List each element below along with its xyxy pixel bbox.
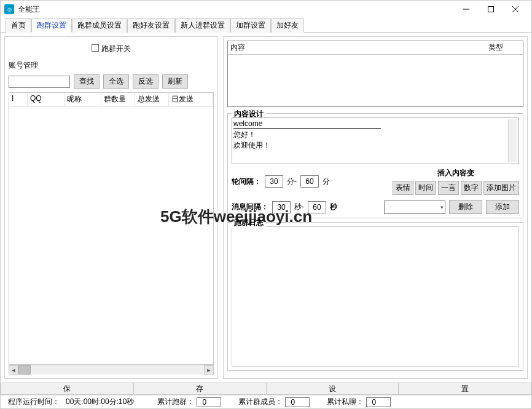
horizontal-scrollbar[interactable]: ◄ ► (9, 365, 214, 375)
runtime-label: 程序运行时间： (4, 397, 63, 407)
scroll-thumb[interactable] (18, 365, 31, 375)
col-total-sent[interactable]: 总发送 (135, 93, 169, 106)
right-panel: 内容 类型 内容设计 welcome 您好！ 欢迎使用！ 轮间隔： 分- 分 (223, 36, 528, 379)
round-interval-label: 轮间隔： (232, 177, 261, 187)
content-title-input[interactable]: welcome (233, 119, 381, 129)
run-log-group: 跑群日志 (227, 222, 523, 371)
run-group-switch[interactable]: 跑群开关 (92, 43, 131, 53)
tab-run-group-member-settings[interactable]: 跑群成员设置 (72, 18, 127, 33)
priv-chat-label: 累计私聊： (327, 397, 364, 407)
delete-button[interactable]: 删除 (449, 200, 482, 214)
insert-title: 插入内容变 (393, 168, 519, 178)
msg-interval-label: 消息间隔： (232, 202, 268, 212)
left-panel: 跑群开关 账号管理 查找 全选 反选 刷新 I QQ 昵称 群数量 总发送 日发… (4, 36, 218, 379)
run-group-switch-label: 跑群开关 (101, 44, 131, 53)
save-seg-1[interactable]: 保 (1, 383, 133, 395)
refresh-button[interactable]: 刷新 (162, 74, 188, 89)
tab-run-group-settings[interactable]: 跑群设置 (31, 18, 72, 33)
col-group-count[interactable]: 群数量 (101, 93, 135, 106)
msg-interval-sec1[interactable] (272, 201, 291, 213)
insert-image-button[interactable]: 添加图片 (483, 181, 519, 195)
status-bar: 程序运行时间： 00天:00时:00分:10秒 累计跑群： 0 累计群成员： 0… (1, 395, 531, 408)
app-icon: ◎ (4, 4, 14, 14)
insert-number-button[interactable]: 数字 (461, 181, 482, 195)
msg-interval-sec2[interactable] (308, 201, 326, 213)
account-table-body[interactable] (9, 106, 214, 365)
group-member-value: 0 (285, 397, 310, 407)
group-member-label: 累计群成员： (238, 397, 283, 407)
tab-home[interactable]: 首页 (6, 18, 31, 33)
scroll-right-icon[interactable]: ► (204, 365, 214, 375)
insert-quote-button[interactable]: 一言 (438, 181, 459, 195)
col-type[interactable]: 类型 (486, 41, 523, 54)
tab-add-group-settings[interactable]: 加群设置 (230, 18, 271, 33)
titlebar: ◎ 全能王 (1, 1, 531, 18)
save-seg-4[interactable]: 置 (398, 383, 531, 395)
insert-time-button[interactable]: 时间 (415, 181, 436, 195)
run-log-area[interactable] (232, 226, 519, 367)
close-button[interactable] (503, 1, 528, 18)
col-daily-sent[interactable]: 日发送 (169, 93, 213, 106)
add-button[interactable]: 添加 (486, 200, 519, 214)
minimize-button[interactable] (454, 1, 479, 18)
msg-interval-row: 消息间隔： 秒- 秒 ▾ 删除 添加 (232, 200, 519, 214)
chevron-down-icon: ▾ (440, 204, 444, 210)
invert-select-button[interactable]: 反选 (133, 74, 158, 89)
run-group-value: 0 (197, 397, 221, 407)
interval-row: 轮间隔： 分- 分 插入内容变 表情 时间 一言 数字 添加图片 (232, 168, 519, 195)
tab-run-friend-settings[interactable]: 跑好友设置 (127, 18, 175, 33)
checkbox-icon (92, 44, 99, 52)
svg-rect-1 (488, 7, 494, 12)
priv-chat-value: 0 (366, 397, 391, 407)
save-seg-3[interactable]: 设 (266, 383, 399, 395)
tab-new-member-settings[interactable]: 新人进群设置 (175, 18, 230, 33)
runtime-value: 00天:00时:00分:10秒 (66, 397, 134, 407)
round-interval-min2[interactable] (300, 175, 319, 188)
tab-add-friend[interactable]: 加好友 (271, 18, 304, 33)
account-mgmt-label: 账号管理 (9, 60, 214, 71)
col-index[interactable]: I (9, 93, 28, 106)
content-vscroll[interactable] (508, 119, 517, 162)
main-content: 5G软件weeijiaoyi.cn 跑群开关 账号管理 查找 全选 反选 刷新 … (1, 33, 531, 383)
content-select-dropdown[interactable]: ▾ (384, 201, 445, 214)
tab-bar: 首页 跑群设置 跑群成员设置 跑好友设置 新人进群设置 加群设置 加好友 (1, 18, 531, 33)
run-log-title: 跑群日志 (232, 218, 266, 228)
col-nickname[interactable]: 昵称 (65, 93, 101, 106)
save-seg-2[interactable]: 存 (133, 383, 266, 395)
content-list: 内容 类型 (227, 41, 523, 107)
maximize-button[interactable] (479, 1, 503, 18)
content-settings-group: 内容设计 welcome 您好！ 欢迎使用！ 轮间隔： 分- 分 插入内容变 表… (227, 113, 523, 218)
window-title: 全能王 (18, 4, 40, 15)
content-list-body[interactable] (228, 55, 523, 106)
find-button[interactable]: 查找 (74, 74, 100, 89)
save-settings-bar[interactable]: 保 存 设 置 (1, 383, 531, 395)
run-group-label: 累计跑群： (157, 397, 194, 407)
col-qq[interactable]: QQ (28, 93, 65, 106)
account-search-input[interactable] (9, 76, 70, 88)
round-interval-min1[interactable] (265, 175, 283, 188)
insert-emoji-button[interactable]: 表情 (393, 181, 413, 195)
insert-section: 插入内容变 表情 时间 一言 数字 添加图片 (393, 168, 519, 195)
content-body-text[interactable]: 您好！ 欢迎使用！ (233, 130, 508, 151)
scroll-left-icon[interactable]: ◄ (9, 365, 18, 375)
col-content[interactable]: 内容 (228, 41, 486, 54)
select-all-button[interactable]: 全选 (103, 74, 129, 89)
account-table-header: I QQ 昵称 群数量 总发送 日发送 (9, 92, 214, 106)
